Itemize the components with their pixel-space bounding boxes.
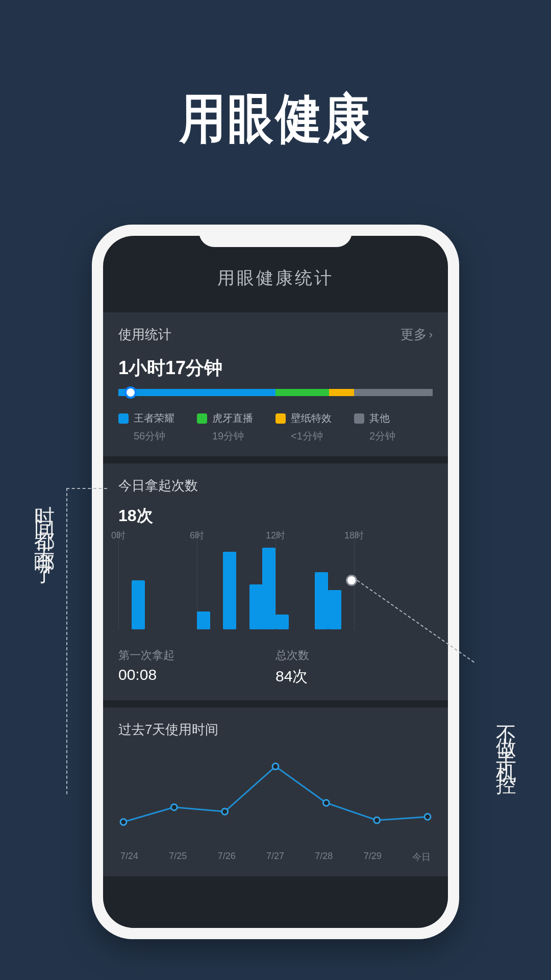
slider-handle-icon[interactable]	[124, 386, 137, 399]
page-title: 用眼健康	[0, 0, 551, 155]
svg-point-5	[374, 817, 380, 823]
legend-item: 其他2分钟	[354, 411, 433, 443]
gridline	[118, 536, 119, 629]
legend-name: 虎牙直播	[212, 411, 253, 425]
x-axis-label: 7/28	[315, 851, 333, 863]
swatch-icon	[354, 413, 364, 424]
svg-point-1	[171, 804, 177, 811]
legend-name: 其他	[369, 411, 390, 425]
x-axis-label: 今日	[412, 851, 431, 863]
legend-name: 王者荣耀	[134, 411, 174, 425]
callout-line	[66, 488, 107, 489]
first-pickup-label: 第一次拿起	[118, 648, 276, 663]
x-axis-label: 7/27	[266, 851, 284, 863]
swatch-icon	[118, 413, 129, 424]
total-usage-time: 1小时17分钟	[118, 356, 433, 381]
svg-point-4	[323, 800, 329, 806]
legend-time: 56分钟	[118, 429, 197, 443]
pickups-bar-chart: 0时6时12时18时	[118, 532, 433, 640]
usage-segment	[329, 389, 354, 396]
swatch-icon	[197, 413, 207, 424]
bar	[249, 584, 263, 629]
x-axis-label: 7/25	[169, 851, 187, 863]
x-axis-label: 7/24	[120, 851, 138, 863]
side-caption-right: 不做手机控	[492, 709, 520, 771]
phone-notch	[199, 225, 352, 247]
callout-line	[66, 488, 67, 794]
bar	[262, 548, 276, 629]
bar	[328, 590, 341, 629]
first-pickup-value: 00:08	[118, 666, 276, 683]
week-card: 过去7天使用时间 7/247/257/267/277/287/29今日	[103, 707, 448, 876]
legend-time: 2分钟	[354, 429, 433, 443]
bar	[315, 572, 328, 629]
x-axis-label: 7/29	[364, 851, 382, 863]
usage-segment	[354, 389, 433, 396]
total-pickups-label: 总次数	[276, 648, 433, 663]
svg-point-3	[272, 764, 279, 770]
pickups-card: 今日拿起次数 18次 0时6时12时18时 第一次拿起 00:08 总次数 84…	[103, 463, 448, 700]
total-pickups-value: 84次	[276, 666, 433, 687]
usage-segment-bar[interactable]	[118, 389, 433, 396]
svg-point-0	[120, 819, 127, 825]
legend-time: <1分钟	[276, 429, 354, 443]
legend-name: 壁纸特效	[291, 411, 332, 425]
x-axis-label: 7/26	[218, 851, 236, 863]
week-title: 过去7天使用时间	[118, 721, 433, 739]
svg-point-6	[424, 814, 431, 820]
bar	[276, 615, 289, 629]
axis-label: 0时	[111, 529, 126, 542]
axis-label: 12时	[266, 529, 285, 542]
usage-legend: 王者荣耀56分钟虎牙直播19分钟壁纸特效<1分钟其他2分钟	[118, 411, 433, 443]
app-screen: 用眼健康统计 使用统计 更多 › 1小时17分钟 王者荣耀56分钟虎牙直播19分…	[103, 236, 448, 928]
legend-item: 虎牙直播19分钟	[197, 411, 276, 443]
callout-dot-icon	[346, 575, 357, 586]
phone-frame: 用眼健康统计 使用统计 更多 › 1小时17分钟 王者荣耀56分钟虎牙直播19分…	[92, 225, 459, 939]
usage-segment	[118, 389, 276, 396]
more-button[interactable]: 更多 ›	[400, 326, 433, 344]
legend-item: 壁纸特效<1分钟	[276, 411, 354, 443]
legend-time: 19分钟	[197, 429, 276, 443]
bar	[223, 552, 236, 629]
usage-header: 使用统计	[118, 326, 171, 344]
pickups-count: 18次	[118, 505, 433, 527]
axis-label: 6时	[190, 529, 204, 542]
usage-segment	[276, 389, 329, 396]
swatch-icon	[276, 413, 286, 424]
bar	[132, 580, 145, 629]
side-caption-left: 时间都去哪了	[31, 490, 59, 564]
more-label: 更多	[400, 326, 427, 344]
chevron-right-icon: ›	[429, 328, 433, 341]
bar	[197, 611, 210, 629]
legend-item: 王者荣耀56分钟	[118, 411, 197, 443]
week-line-chart: 7/247/257/267/277/287/29今日	[118, 746, 433, 863]
svg-point-2	[222, 808, 228, 815]
pickups-title: 今日拿起次数	[118, 477, 433, 495]
usage-card: 使用统计 更多 › 1小时17分钟 王者荣耀56分钟虎牙直播19分钟壁纸特效<1…	[103, 312, 448, 456]
axis-label: 18时	[344, 529, 364, 542]
